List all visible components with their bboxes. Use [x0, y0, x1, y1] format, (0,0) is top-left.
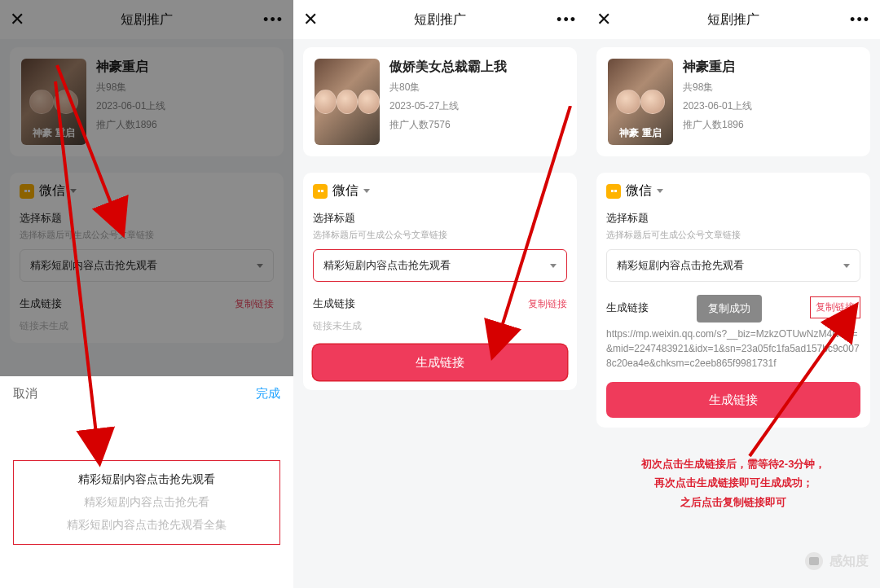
select-title-hint: 选择标题后可生成公众号文章链接 [313, 229, 567, 241]
page-title: 短剧推广 [414, 11, 466, 29]
form-card: 微信 选择标题 选择标题后可生成公众号文章链接 精彩短剧内容点击抢先观看 生成链… [10, 173, 284, 343]
channel-label: 微信 [39, 182, 65, 200]
title-select-value: 精彩短剧内容点击抢先观看 [323, 258, 451, 273]
drama-thumbnail [315, 59, 380, 145]
title-select-value: 精彩短剧内容点击抢先观看 [617, 258, 744, 273]
drama-thumbnail: 神豪 重启 [608, 59, 673, 145]
instruction-note: 初次点击生成链接后，需等待2-3分钟， 再次点击生成链接即可生成成功； 之后点击… [587, 454, 880, 511]
title-select[interactable]: 精彩短剧内容点击抢先观看 [20, 249, 274, 282]
title-select[interactable]: 精彩短剧内容点击抢先观看 [313, 249, 567, 282]
select-title-hint: 选择标题后可生成公众号文章链接 [20, 229, 274, 241]
title-select-value: 精彩短剧内容点击抢先观看 [30, 258, 157, 273]
drama-promoters: 推广人数7576 [389, 118, 507, 132]
drama-promoters: 推广人数1896 [96, 118, 165, 132]
generate-link-button[interactable]: 生成链接 [606, 382, 860, 418]
watermark-icon [805, 552, 823, 570]
form-card: 微信 选择标题 选择标题后可生成公众号文章链接 精彩短剧内容点击抢先观看 生成链… [303, 173, 577, 390]
select-title-label: 选择标题 [313, 211, 567, 226]
pane-1: ✕ 短剧推广 ••• 神豪 重启 神豪重启 共98集 2023-06-01上线 … [0, 0, 293, 588]
pane-3: ✕ 短剧推广 ••• 神豪 重启 神豪重启 共98集 2023-06-01上线 … [587, 0, 880, 588]
picker-done[interactable]: 完成 [256, 386, 280, 402]
channel-row[interactable]: 微信 [20, 182, 274, 200]
chevron-down-icon [657, 189, 663, 193]
generate-link-label: 生成链接 [313, 296, 355, 311]
chevron-down-icon [363, 189, 370, 193]
channel-label: 微信 [332, 182, 359, 200]
page-title: 短剧推广 [121, 11, 173, 29]
watermark: 感知度 [805, 552, 869, 570]
picker-option[interactable]: 精彩短剧内容点击抢先看 [84, 495, 209, 510]
drama-card: 傲娇美女总裁霸上我 共80集 2023-05-27上线 推广人数7576 [303, 47, 577, 156]
drama-promoters: 推广人数1896 [683, 118, 752, 132]
channel-label: 微信 [626, 182, 652, 200]
picker-option[interactable]: 精彩短剧内容点击抢先观看全集 [67, 518, 227, 533]
header: ✕ 短剧推广 ••• [293, 0, 587, 39]
drama-title: 神豪重启 [96, 59, 165, 76]
header: ✕ 短剧推广 ••• [0, 0, 293, 39]
drama-title: 神豪重启 [683, 59, 752, 76]
picker-options: 精彩短剧内容点击抢先观看 精彩短剧内容点击抢先看 精彩短剧内容点击抢先观看全集 [13, 460, 280, 545]
chevron-down-icon [843, 264, 850, 268]
generate-link-label: 生成链接 [20, 296, 62, 311]
copy-link-button[interactable]: 复制链接 [528, 297, 567, 311]
drama-episodes: 共98集 [96, 81, 165, 94]
drama-title: 傲娇美女总裁霸上我 [389, 59, 507, 76]
channel-row[interactable]: 微信 [606, 182, 860, 200]
wechat-icon [20, 184, 34, 199]
watermark-text: 感知度 [829, 553, 869, 570]
select-title-hint: 选择标题后可生成公众号文章链接 [606, 229, 860, 241]
more-icon[interactable]: ••• [261, 11, 284, 29]
picker-option[interactable]: 精彩短剧内容点击抢先观看 [78, 472, 215, 487]
drama-thumbnail: 神豪 重启 [21, 59, 86, 145]
drama-episodes: 共80集 [389, 81, 507, 94]
generate-link-label: 生成链接 [606, 301, 649, 315]
drama-date: 2023-06-01上线 [683, 99, 752, 113]
close-icon[interactable]: ✕ [10, 9, 33, 30]
copy-link-button[interactable]: 复制链接 [235, 297, 274, 311]
drama-date: 2023-06-01上线 [96, 99, 165, 113]
drama-card: 神豪 重启 神豪重启 共98集 2023-06-01上线 推广人数1896 [596, 47, 870, 156]
pane-2: ✕ 短剧推广 ••• 傲娇美女总裁霸上我 共80集 2023-05-27上线 推… [293, 0, 587, 588]
drama-date: 2023-05-27上线 [389, 99, 507, 113]
select-title-label: 选择标题 [20, 211, 274, 226]
copy-success-toast: 复制成功 [697, 295, 762, 323]
close-icon[interactable]: ✕ [303, 9, 326, 30]
chevron-down-icon [257, 264, 263, 268]
picker-cancel[interactable]: 取消 [13, 386, 37, 402]
page-title: 短剧推广 [707, 11, 759, 29]
drama-episodes: 共98集 [683, 81, 752, 94]
channel-row[interactable]: 微信 [313, 182, 567, 200]
header: ✕ 短剧推广 ••• [587, 0, 880, 39]
link-url: https://mp.weixin.qq.com/s?__biz=MzkzOTU… [606, 327, 860, 371]
link-status: 链接未生成 [313, 319, 567, 333]
more-icon[interactable]: ••• [554, 11, 577, 29]
chevron-down-icon [550, 264, 557, 268]
link-status: 链接未生成 [20, 319, 274, 333]
picker-sheet: 取消 完成 精彩短剧内容点击抢先观看 精彩短剧内容点击抢先看 精彩短剧内容点击抢… [0, 376, 293, 588]
wechat-icon [313, 184, 328, 199]
generate-link-button[interactable]: 生成链接 [313, 344, 567, 380]
copy-link-button[interactable]: 复制链接 [810, 296, 860, 318]
drama-card: 神豪 重启 神豪重启 共98集 2023-06-01上线 推广人数1896 [10, 47, 284, 156]
more-icon[interactable]: ••• [847, 11, 870, 29]
close-icon[interactable]: ✕ [596, 9, 619, 30]
chevron-down-icon [70, 189, 77, 193]
wechat-icon [606, 184, 621, 199]
select-title-label: 选择标题 [606, 211, 860, 226]
title-select[interactable]: 精彩短剧内容点击抢先观看 [606, 249, 860, 282]
